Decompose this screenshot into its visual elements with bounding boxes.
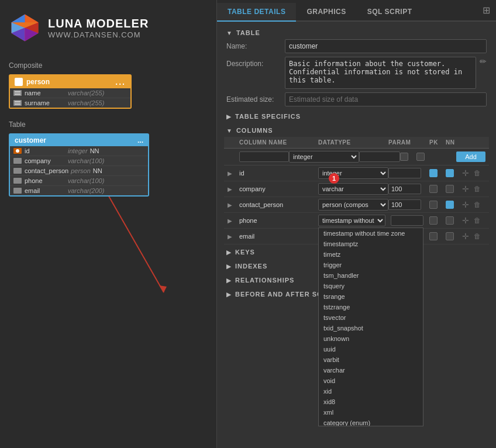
edit-icon[interactable]: ✏ xyxy=(480,57,487,66)
delete-icon[interactable]: 🗑 xyxy=(474,216,485,225)
datatype-dropdown: timestamp without time zone timestamptz … xyxy=(318,228,423,426)
row-param-input[interactable] xyxy=(391,215,423,226)
dropdown-item[interactable]: trigger xyxy=(319,260,423,270)
col-type: person xyxy=(71,167,91,174)
dropdown-item[interactable]: category (enum) xyxy=(319,418,423,426)
app-subtitle: WWW.DATANSEN.COM xyxy=(48,30,149,39)
desc-row: Description: Basic information about the… xyxy=(224,57,489,89)
row-expand-icon[interactable]: ▶ xyxy=(228,186,239,192)
row-datatype-select[interactable]: varchar xyxy=(318,183,388,195)
row-pk-checkbox[interactable] xyxy=(429,169,438,177)
table-row: ▶ contact_person person (compos ✛ 🗑 xyxy=(224,197,489,213)
row-nn-checkbox[interactable] xyxy=(446,232,454,240)
dropdown-item[interactable]: varbit xyxy=(319,354,423,365)
table-specifics-label: TABLE SPECIFICS xyxy=(235,113,301,120)
table-specifics-section: ▶ TABLE SPECIFICS xyxy=(224,110,489,123)
new-col-pk-checkbox[interactable] xyxy=(400,153,408,161)
list-item: surname varchar(255) xyxy=(10,98,130,108)
size-row: Estimated size: xyxy=(224,92,489,106)
tab-sql-script[interactable]: SQL SCRIPT xyxy=(357,3,423,22)
panel-content: ▼ TABLE Name: Description: Basic informa… xyxy=(217,22,496,448)
move-icon[interactable]: ✛ xyxy=(462,216,474,225)
new-col-datatype-container: integer xyxy=(289,151,359,163)
row-datatype-select[interactable]: integer xyxy=(318,167,388,179)
composite-label: Composite xyxy=(9,61,208,70)
dropdown-item[interactable]: timestamp without time zone xyxy=(319,228,423,239)
row-datatype-select[interactable]: timestamp without time zone xyxy=(318,215,385,226)
row-pk-checkbox[interactable] xyxy=(429,201,438,209)
dropdown-item[interactable]: timetz xyxy=(319,249,423,260)
dropdown-item[interactable]: txid_snapshot xyxy=(319,323,423,333)
size-input[interactable] xyxy=(285,92,487,106)
composite-entity-dots[interactable]: ... xyxy=(115,77,126,87)
move-icon[interactable]: ✛ xyxy=(462,184,474,194)
move-icon[interactable]: ✛ xyxy=(462,232,474,241)
table-specifics-header[interactable]: ▶ TABLE SPECIFICS xyxy=(224,110,489,123)
dropdown-item[interactable]: tsm_handler xyxy=(319,270,423,281)
dropdown-item[interactable]: tstzrange xyxy=(319,302,423,312)
row-nn-checkbox[interactable] xyxy=(446,216,454,225)
row-expand-icon[interactable]: ▶ xyxy=(228,202,239,208)
row-expand-icon[interactable]: ▶ xyxy=(228,218,239,224)
col-name: id xyxy=(25,147,66,154)
row-param-input[interactable] xyxy=(388,184,421,194)
row-pk-checkbox[interactable] xyxy=(429,216,438,225)
row-datatype-select[interactable]: person (compos xyxy=(318,199,388,211)
row-param-input[interactable] xyxy=(388,199,421,210)
move-icon[interactable]: ✛ xyxy=(462,200,474,209)
indexes-label: INDEXES xyxy=(235,263,267,270)
col-type: varchar(255) xyxy=(68,99,104,106)
col-header-name: COLUMN NAME xyxy=(239,139,318,146)
chevron-right-icon: ▶ xyxy=(226,113,232,120)
dropdown-item[interactable]: unknown xyxy=(319,333,423,344)
dropdown-item[interactable]: tsvector xyxy=(319,312,423,323)
row-expand-icon[interactable]: ▶ xyxy=(228,170,239,177)
dropdown-item[interactable]: timestamptz xyxy=(319,239,423,249)
row-expand-icon[interactable]: ▶ xyxy=(228,233,239,240)
row-pk-checkbox[interactable] xyxy=(429,185,438,193)
tab-table-details[interactable]: TABLE DETAILS xyxy=(217,3,296,22)
dropdown-item[interactable]: xml xyxy=(319,407,423,418)
row-col-name: phone xyxy=(239,217,318,224)
row-nn-checkbox[interactable] xyxy=(446,185,454,193)
row-nn-checkbox[interactable] xyxy=(446,169,454,177)
delete-icon[interactable]: 🗑 xyxy=(474,232,485,240)
col-name: email xyxy=(25,187,66,194)
col-name: phone xyxy=(25,177,66,184)
right-panel: TABLE DETAILS GRAPHICS SQL SCRIPT ⊞ ▼ TA… xyxy=(216,0,496,448)
tab-bar: TABLE DETAILS GRAPHICS SQL SCRIPT ⊞ xyxy=(217,0,496,22)
delete-icon[interactable]: 🗑 xyxy=(474,201,485,209)
table-section-header[interactable]: ▼ TABLE xyxy=(224,26,489,39)
row-param-input[interactable] xyxy=(388,168,421,178)
new-col-datatype-select[interactable]: integer xyxy=(289,151,359,163)
dropdown-item[interactable]: xid8 xyxy=(319,397,423,407)
dropdown-item[interactable]: varchar xyxy=(319,365,423,375)
new-col-nn-checkbox[interactable] xyxy=(416,153,425,161)
row-icon xyxy=(13,158,22,164)
dropdown-item[interactable]: uuid xyxy=(319,344,423,354)
dropdown-item[interactable]: xid xyxy=(319,386,423,397)
row-pk-checkbox[interactable] xyxy=(429,232,438,240)
list-item: name varchar(255) xyxy=(10,88,130,98)
row-datatype-container: timestamp without time zone timestamp wi… xyxy=(318,215,388,226)
list-item: company varchar(100) xyxy=(10,156,148,166)
new-col-name-input[interactable] xyxy=(239,151,289,162)
customer-entity-dots[interactable]: ... xyxy=(137,136,143,144)
row-nn-checkbox[interactable] xyxy=(446,201,454,209)
delete-icon[interactable]: 🗑 xyxy=(474,185,485,193)
delete-icon[interactable]: 🗑 xyxy=(474,169,485,177)
dropdown-item[interactable]: void xyxy=(319,375,423,386)
desc-textarea[interactable]: Basic information about the customer. Co… xyxy=(285,57,476,89)
col-type: varchar(255) xyxy=(68,89,104,97)
new-col-param-input[interactable] xyxy=(359,151,400,162)
name-input[interactable] xyxy=(285,39,487,53)
move-icon[interactable]: ✛ xyxy=(462,168,474,178)
col-type: varchar(100) xyxy=(68,177,104,184)
customer-entity-header: customer ... xyxy=(10,135,148,146)
dropdown-item[interactable]: tsrange xyxy=(319,291,423,302)
add-column-button[interactable]: Add xyxy=(456,151,485,162)
columns-header[interactable]: ▼ COLUMNS xyxy=(224,124,489,137)
dropdown-item[interactable]: tsquery xyxy=(319,281,423,291)
table-label: Table xyxy=(9,120,208,129)
tab-graphics[interactable]: GRAPHICS xyxy=(296,3,356,22)
